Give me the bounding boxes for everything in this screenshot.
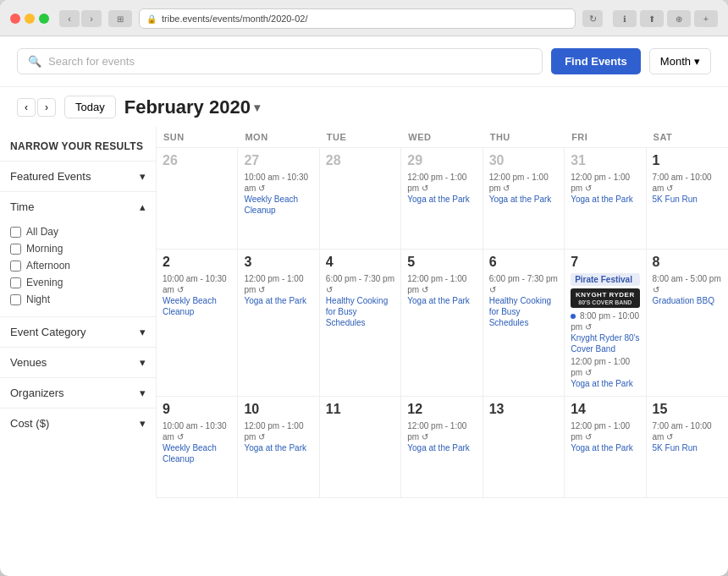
evening-checkbox[interactable] bbox=[10, 277, 21, 288]
event-9-1[interactable]: 10:00 am - 10:30 am ↺ Weekly Beach Clean… bbox=[163, 420, 231, 464]
knyght-card[interactable]: KNYGHT RYDER 80'S COVER BAND bbox=[571, 288, 639, 308]
event-29-1[interactable]: 12:00 pm - 1:00 pm ↺ Yoga at the Park bbox=[407, 172, 476, 205]
day-14[interactable]: 14 12:00 pm - 1:00 pm ↺ Yoga at the Park bbox=[565, 397, 646, 498]
tab-button[interactable]: ⊕ bbox=[667, 10, 691, 27]
night-label: Night bbox=[26, 293, 50, 305]
day-header-sat: SAT bbox=[647, 127, 728, 147]
event-7-yoga[interactable]: 12:00 pm - 1:00 pm ↺ Yoga at the Park bbox=[571, 356, 639, 389]
month-view-button[interactable]: Month ▾ bbox=[649, 48, 711, 74]
category-label: Event Category bbox=[10, 326, 86, 338]
venues-arrow: ▾ bbox=[140, 356, 146, 369]
event-3-1[interactable]: 12:00 pm - 1:00 pm ↺ Yoga at the Park bbox=[244, 273, 312, 306]
day-6[interactable]: 6 6:00 pm - 7:30 pm ↺ Healthy Cooking fo… bbox=[483, 250, 565, 397]
morning-checkbox-item[interactable]: Morning bbox=[10, 240, 146, 257]
maximize-button[interactable] bbox=[39, 14, 49, 24]
sidebar-time-header[interactable]: Time ▴ bbox=[0, 192, 156, 222]
morning-checkbox[interactable] bbox=[10, 244, 21, 255]
day-29[interactable]: 29 12:00 pm - 1:00 pm ↺ Yoga at the Park bbox=[401, 148, 483, 250]
day-7[interactable]: 7 Pirate Festival KNYGHT RYDER 80'S COVE… bbox=[565, 250, 646, 397]
allday-checkbox-item[interactable]: All Day bbox=[10, 223, 146, 240]
day-3[interactable]: 3 12:00 pm - 1:00 pm ↺ Yoga at the Park bbox=[238, 250, 319, 397]
day-header-sun: SUN bbox=[157, 127, 238, 147]
event-6-1[interactable]: 6:00 pm - 7:30 pm ↺ Healthy Cooking for … bbox=[489, 273, 558, 328]
day-num-13: 13 bbox=[489, 402, 558, 417]
event-4-1[interactable]: 6:00 pm - 7:30 pm ↺ Healthy Cooking for … bbox=[326, 273, 394, 328]
event-7-knyght[interactable]: 8:00 pm - 10:00 pm ↺ Knyght Ryder 80's C… bbox=[571, 310, 639, 354]
sidebar-cost-header[interactable]: Cost ($) ▾ bbox=[0, 409, 156, 438]
event-31-1[interactable]: 12:00 pm - 1:00 pm ↺ Yoga at the Park bbox=[571, 172, 639, 205]
sidebar-featured-header[interactable]: Featured Events ▾ bbox=[0, 162, 156, 191]
month-title: February 2020 ▾ bbox=[124, 96, 260, 118]
forward-button[interactable]: › bbox=[81, 10, 102, 27]
day-num-15: 15 bbox=[653, 402, 722, 417]
day-num-3: 3 bbox=[244, 255, 312, 270]
day-12[interactable]: 12 12:00 pm - 1:00 pm ↺ Yoga at the Park bbox=[401, 397, 483, 498]
month-label: Month bbox=[660, 55, 691, 68]
venues-label: Venues bbox=[10, 356, 47, 369]
day-num-6: 6 bbox=[489, 255, 558, 270]
afternoon-checkbox[interactable] bbox=[10, 261, 21, 272]
page-content: 🔍 Search for events Find Events Month ▾ … bbox=[0, 36, 728, 498]
event-27-1[interactable]: 10:00 am - 10:30 am ↺ Weekly Beach Clean… bbox=[244, 172, 312, 216]
day-10[interactable]: 10 12:00 pm - 1:00 pm ↺ Yoga at the Park bbox=[238, 397, 319, 498]
event-5-1[interactable]: 12:00 pm - 1:00 pm ↺ Yoga at the Park bbox=[407, 273, 476, 306]
find-events-button[interactable]: Find Events bbox=[551, 48, 641, 74]
day-num-10: 10 bbox=[244, 402, 312, 417]
day-26[interactable]: 26 bbox=[157, 148, 238, 250]
sidebar-section-time: Time ▴ All Day Morning bbox=[0, 191, 156, 316]
prev-month-button[interactable]: ‹ bbox=[17, 98, 36, 117]
day-header-fri: FRI bbox=[565, 127, 646, 147]
day-header-mon: MON bbox=[238, 127, 319, 147]
afternoon-checkbox-item[interactable]: Afternoon bbox=[10, 257, 146, 274]
close-button[interactable] bbox=[10, 14, 20, 24]
sidebar-organizers-header[interactable]: Organizers ▾ bbox=[0, 378, 156, 408]
sidebar-category-header[interactable]: Event Category ▾ bbox=[0, 317, 156, 347]
allday-checkbox[interactable] bbox=[10, 227, 21, 238]
day-5[interactable]: 5 12:00 pm - 1:00 pm ↺ Yoga at the Park bbox=[401, 250, 483, 397]
event-15-1[interactable]: 7:00 am - 10:00 am ↺ 5K Fun Run bbox=[653, 420, 722, 453]
day-8[interactable]: 8 8:00 am - 5:00 pm ↺ Graduation BBQ bbox=[647, 250, 728, 397]
nav-arrows: ‹ › bbox=[17, 98, 56, 117]
day-15[interactable]: 15 7:00 am - 10:00 am ↺ 5K Fun Run bbox=[647, 397, 728, 498]
minimize-button[interactable] bbox=[25, 14, 35, 24]
sidebar-venues-header[interactable]: Venues ▾ bbox=[0, 348, 156, 377]
day-num-29: 29 bbox=[407, 153, 476, 168]
night-checkbox-item[interactable]: Night bbox=[10, 291, 146, 308]
sidebar-section-cost: Cost ($) ▾ bbox=[0, 408, 156, 438]
day-9[interactable]: 9 10:00 am - 10:30 am ↺ Weekly Beach Cle… bbox=[157, 397, 238, 498]
window-icon-button[interactable]: ⊞ bbox=[108, 10, 132, 27]
event-12-1[interactable]: 12:00 pm - 1:00 pm ↺ Yoga at the Park bbox=[407, 420, 476, 453]
week-2: 2 10:00 am - 10:30 am ↺ Weekly Beach Cle… bbox=[157, 250, 728, 397]
pirate-festival-banner[interactable]: Pirate Festival bbox=[571, 273, 639, 286]
day-31[interactable]: 31 12:00 pm - 1:00 pm ↺ Yoga at the Park bbox=[565, 148, 646, 250]
info-button[interactable]: ℹ bbox=[613, 10, 637, 27]
next-month-button[interactable]: › bbox=[37, 98, 56, 117]
event-10-1[interactable]: 12:00 pm - 1:00 pm ↺ Yoga at the Park bbox=[244, 420, 312, 453]
event-14-1[interactable]: 12:00 pm - 1:00 pm ↺ Yoga at the Park bbox=[571, 420, 639, 453]
day-28[interactable]: 28 bbox=[320, 148, 401, 250]
event-2-1[interactable]: 10:00 am - 10:30 am ↺ Weekly Beach Clean… bbox=[163, 273, 231, 317]
night-checkbox[interactable] bbox=[10, 294, 21, 305]
add-tab-button[interactable]: + bbox=[694, 10, 718, 27]
month-title-text: February 2020 bbox=[124, 96, 251, 118]
day-11[interactable]: 11 bbox=[320, 397, 401, 498]
event-8-1[interactable]: 8:00 am - 5:00 pm ↺ Graduation BBQ bbox=[653, 273, 722, 306]
search-box[interactable]: 🔍 Search for events bbox=[17, 48, 543, 74]
day-num-27: 27 bbox=[244, 153, 312, 168]
day-4[interactable]: 4 6:00 pm - 7:30 pm ↺ Healthy Cooking fo… bbox=[320, 250, 401, 397]
sidebar-title: Narrow Your Results bbox=[0, 134, 156, 161]
featured-arrow: ▾ bbox=[140, 170, 146, 183]
today-button[interactable]: Today bbox=[64, 96, 116, 118]
day-13[interactable]: 13 bbox=[483, 397, 565, 498]
evening-checkbox-item[interactable]: Evening bbox=[10, 274, 146, 291]
share-button[interactable]: ⬆ bbox=[640, 10, 664, 27]
back-button[interactable]: ‹ bbox=[59, 10, 80, 27]
day-1[interactable]: 1 7:00 am - 10:00 am ↺ 5K Fun Run bbox=[647, 148, 728, 250]
event-1-1[interactable]: 7:00 am - 10:00 am ↺ 5K Fun Run bbox=[653, 172, 722, 205]
day-2[interactable]: 2 10:00 am - 10:30 am ↺ Weekly Beach Cle… bbox=[157, 250, 238, 397]
day-27[interactable]: 27 10:00 am - 10:30 am ↺ Weekly Beach Cl… bbox=[238, 148, 319, 250]
reload-button[interactable]: ↻ bbox=[582, 10, 603, 27]
day-30[interactable]: 30 12:00 pm - 1:00 pm ↺ Yoga at the Park bbox=[483, 148, 565, 250]
event-30-1[interactable]: 12:00 pm - 1:00 pm ↺ Yoga at the Park bbox=[489, 172, 558, 205]
organizers-label: Organizers bbox=[10, 387, 64, 399]
